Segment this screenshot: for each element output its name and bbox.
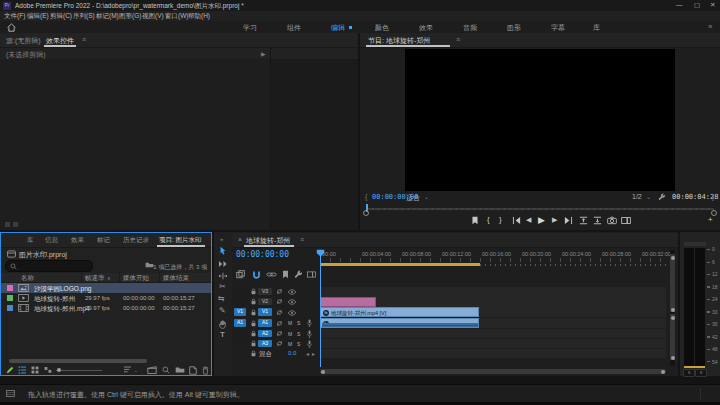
- label-color-chip[interactable]: [7, 295, 13, 301]
- close-button[interactable]: ✕: [710, 1, 715, 9]
- workspace-tab-learning[interactable]: 学习: [243, 23, 257, 33]
- track-target-v3[interactable]: V3: [258, 288, 272, 296]
- sort-options-icon[interactable]: [123, 366, 132, 373]
- new-item-icon[interactable]: [189, 366, 197, 375]
- timeline-tab-close-icon[interactable]: ×: [238, 236, 242, 243]
- go-to-out-icon[interactable]: [564, 216, 573, 225]
- tab-libraries[interactable]: 库: [27, 236, 34, 245]
- icon-view-button[interactable]: [31, 366, 39, 374]
- scrollbar-right-handle[interactable]: [661, 370, 665, 374]
- solo-button[interactable]: S: [297, 341, 300, 347]
- resolution-dropdown[interactable]: 1/2: [632, 193, 642, 200]
- tools-overflow-chevron[interactable]: »: [220, 236, 223, 242]
- tab-source-monitor[interactable]: 源:(无剪辑): [6, 36, 41, 46]
- column-divider[interactable]: [81, 273, 82, 282]
- sync-lock-icon[interactable]: [276, 288, 283, 295]
- solo-right-button[interactable]: S: [695, 369, 707, 377]
- column-framerate[interactable]: 帧速率: [85, 274, 105, 283]
- panel-menu-icon[interactable]: ≡: [300, 236, 304, 243]
- freeform-view-button[interactable]: [44, 366, 52, 374]
- menu-sequence[interactable]: 序列(S): [73, 12, 95, 21]
- track-lane-a3[interactable]: [320, 339, 666, 349]
- voice-record-mic-icon[interactable]: [306, 319, 313, 327]
- menu-clip[interactable]: 剪辑(C): [50, 12, 72, 21]
- zoom-slider[interactable]: [56, 370, 102, 371]
- search-input[interactable]: [5, 260, 93, 272]
- keyframe-nav-left-icon[interactable]: ◂: [306, 350, 309, 357]
- sync-lock-icon[interactable]: [276, 320, 283, 327]
- sort-caret-icon[interactable]: ⌄: [134, 367, 138, 373]
- clip-audio-mp4[interactable]: fx: [320, 318, 479, 328]
- mini-timeline-arrow-icon[interactable]: ▶: [261, 50, 266, 57]
- label-color-chip[interactable]: [7, 285, 13, 291]
- track-select-forward-tool[interactable]: [218, 260, 228, 268]
- insert-overwrite-nest-icon[interactable]: [236, 270, 245, 279]
- clip-logo-png[interactable]: [320, 297, 376, 307]
- track-lock-icon[interactable]: [250, 340, 257, 347]
- source-patch-slot[interactable]: [234, 298, 246, 306]
- solo-button[interactable]: S: [297, 331, 300, 337]
- work-area-bar[interactable]: [320, 263, 480, 266]
- track-lock-icon[interactable]: [250, 320, 257, 327]
- track-target-a2[interactable]: A2: [258, 330, 272, 338]
- timeline-vertical-scrollbar[interactable]: [670, 250, 675, 366]
- zoom-handle[interactable]: [671, 256, 675, 260]
- workspace-tab-editing[interactable]: 编辑: [331, 23, 345, 33]
- mark-in-button[interactable]: {: [487, 215, 490, 224]
- source-patch-a1[interactable]: A1: [234, 319, 246, 327]
- tab-info[interactable]: 信息: [45, 236, 58, 245]
- maximize-button[interactable]: ▢: [694, 1, 700, 9]
- linked-selection-icon[interactable]: [266, 271, 277, 278]
- panel-footer-icon-a[interactable]: [5, 222, 10, 227]
- project-row-logo-png[interactable]: 沙漠学园LOGO.png: [1, 283, 211, 293]
- track-target-a1[interactable]: A1: [258, 319, 272, 327]
- zoom-handle[interactable]: [671, 316, 675, 320]
- keyframe-nav-right-icon[interactable]: ▸: [312, 350, 315, 357]
- home-icon[interactable]: [6, 23, 17, 32]
- slip-tool[interactable]: ⇆: [218, 294, 225, 303]
- timeline-horizontal-scrollbar[interactable]: [320, 369, 666, 374]
- solo-left-button[interactable]: S: [683, 369, 695, 377]
- panel-menu-icon[interactable]: ≡: [82, 36, 86, 43]
- zoom-slider-knob[interactable]: [57, 368, 61, 372]
- source-patch-slot[interactable]: [234, 340, 246, 348]
- tab-history[interactable]: 历史记录: [123, 236, 149, 245]
- voice-record-mic-icon[interactable]: [306, 340, 313, 348]
- column-divider[interactable]: [159, 273, 160, 282]
- fit-dropdown-caret-icon[interactable]: ⌄: [424, 193, 429, 200]
- hand-tool[interactable]: [218, 320, 227, 329]
- zoom-handle[interactable]: [671, 308, 675, 312]
- column-media-end[interactable]: 媒体结束: [163, 274, 189, 283]
- step-back-button[interactable]: ◀: [526, 216, 531, 224]
- lift-icon[interactable]: [579, 216, 588, 225]
- source-patch-v1[interactable]: V1: [234, 308, 246, 316]
- mute-button[interactable]: M: [288, 341, 292, 347]
- track-output-eye-icon[interactable]: [287, 289, 297, 295]
- track-lock-icon[interactable]: [250, 298, 257, 305]
- playhead-line[interactable]: [320, 256, 321, 367]
- panel-menu-icon[interactable]: ≡: [456, 36, 460, 43]
- program-scrub-bar[interactable]: [366, 208, 714, 210]
- track-target-v2[interactable]: V2: [258, 298, 272, 306]
- solo-button[interactable]: S: [297, 320, 300, 326]
- timeline-timecode[interactable]: 00:00:00:00: [236, 250, 289, 259]
- zoom-handle[interactable]: [671, 356, 675, 360]
- sort-ascending-icon[interactable]: ∧: [107, 275, 111, 281]
- clip-video-mp4[interactable]: fx 地球旋转-郑州.mp4 [V]: [320, 307, 479, 317]
- label-color-chip[interactable]: [7, 305, 13, 311]
- workspace-tab-captions[interactable]: 字幕: [551, 23, 565, 33]
- column-divider[interactable]: [119, 273, 120, 282]
- go-to-in-icon[interactable]: [512, 216, 521, 225]
- new-bin-icon[interactable]: [175, 366, 185, 374]
- track-lock-icon[interactable]: [250, 330, 257, 337]
- track-output-eye-icon[interactable]: [287, 310, 297, 316]
- program-video-frame[interactable]: [405, 49, 675, 191]
- fit-dropdown[interactable]: 适合: [406, 193, 420, 203]
- delete-trash-icon[interactable]: [202, 366, 209, 375]
- workspace-tab-audio[interactable]: 音频: [463, 23, 477, 33]
- video-zoom-thumb[interactable]: [670, 254, 675, 312]
- track-lane-v3[interactable]: [320, 287, 666, 297]
- timeline-ruler[interactable]: [320, 258, 668, 262]
- master-level-value[interactable]: 0.0: [288, 350, 296, 356]
- scrub-left-handle[interactable]: [363, 210, 369, 216]
